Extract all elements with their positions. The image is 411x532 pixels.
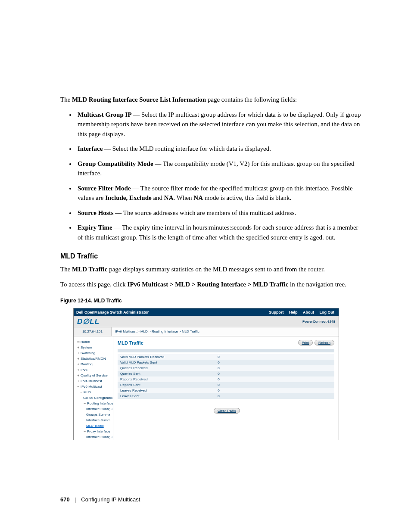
clear-wrap: Clear Traffic [118,406,334,413]
stat-label: Queries Received [118,365,215,371]
table-row: Queries Sent0 [118,371,334,376]
link-logout[interactable]: Log Out [320,310,335,314]
tree-switching[interactable]: +Switching [75,350,113,356]
tree-ipv4m[interactable]: +IPv4 Multicast [75,378,113,384]
tree-ipv6m[interactable]: −IPv6 Multicast [75,384,113,389]
para-1: The MLD Traffic page displays summary st… [60,264,361,274]
tree-home[interactable]: ▭Home [75,339,113,345]
link-about[interactable]: About [303,310,314,314]
plus-icon: + [77,373,80,378]
stat-value: 0 [215,360,334,365]
tree-if-config[interactable]: Interface Configu [75,406,113,412]
para-2: To access this page, click IPv6 Multicas… [60,280,361,289]
table-row: Leaves Received0 [118,388,334,393]
field-label: Source Filter Mode [78,185,131,192]
plus-icon: + [77,361,80,367]
chapter-title: Configuring IP Multicast [81,496,140,503]
stat-value: 0 [215,388,334,393]
stat-value: 0 [215,382,334,388]
folder-icon: ▭ [77,339,80,345]
tree-routing[interactable]: +Routing [75,361,113,367]
table-row: Valid MLD Packets Sent0 [118,360,334,365]
tree-proxy-if[interactable]: −Proxy Interface [75,429,113,434]
field-bold3: NA [193,194,203,201]
field-list: Multicast Group IP — Select the IP multi… [60,110,361,243]
plus-icon: + [77,350,80,356]
para1-post: page displays summary statistics on the … [107,266,325,273]
field-item: Expiry Time — The expiry time interval i… [76,223,361,242]
tree-ipv6[interactable]: +IPv6 [75,367,113,373]
nav-tree: ▭Home +System +Switching +Statistics/RMO… [74,336,113,440]
tree-routing-if[interactable]: −Routing Interface [75,401,113,406]
top-links: Support Help About Log Out [269,310,339,314]
stat-label: Reports Received [118,376,215,382]
tree-mld[interactable]: −MLD [75,389,113,395]
crumb-row: 10.27.64.151 IPv6 Multicast > MLD > Rout… [74,327,339,336]
field-label: Multicast Group IP [78,111,132,118]
plus-icon: + [77,378,80,384]
device-ip: 10.27.64.151 [74,327,112,336]
app-title: Dell OpenManage Switch Administrator [74,310,269,314]
table-row: Reports Sent0 [118,382,334,388]
product-name: PowerConnect 6248 [302,320,335,324]
stat-value: 0 [215,376,334,382]
plus-icon: + [77,367,80,373]
stat-label: Queries Sent [118,371,215,376]
footer-separator: | [75,496,76,503]
para2-pre: To access this page, click [60,281,128,288]
link-help[interactable]: Help [289,310,298,314]
field-item: Source Filter Mode — The source filter m… [76,184,361,203]
minus-icon: − [83,429,87,434]
dell-logo: D∅LL [77,317,100,326]
stat-label: Leaves Received [118,388,215,393]
field-label: Source Hosts [78,209,113,216]
tree-if-config-2[interactable]: Interface Configu [75,434,113,440]
field-mid2: . When [174,194,194,201]
tree-stats[interactable]: +Statistics/RMON [75,356,113,361]
tree-global-config[interactable]: Global Configuratio [75,395,113,401]
breadcrumb: IPv6 Multicast > MLD > Routing Interface… [112,327,339,336]
intro-page-name: MLD Routing Interface Source List Inform… [72,96,206,103]
tree-if-summary[interactable]: Interface Summ [75,417,113,423]
figure-caption: Figure 12-14. MLD Traffic [60,298,361,304]
plus-icon: + [77,345,80,350]
content-titlebar: MLD Traffic Print Refresh [118,340,334,345]
page-title: MLD Traffic [118,340,296,345]
stat-label: Valid MLD Packets Received [118,354,215,360]
field-mid: and [152,194,164,201]
field-item: Source Hosts — The source addresses whic… [76,208,361,218]
stat-label: Leaves Sent [118,393,215,399]
tree-mld-traffic[interactable]: MLD Traffic [75,423,113,429]
para1-pre: The [60,266,72,273]
clear-traffic-button[interactable]: Clear Traffic [214,408,240,414]
content-pane: MLD Traffic Print Refresh Valid MLD Pack… [113,336,339,440]
tree-system[interactable]: +System [75,345,113,350]
field-item: Multicast Group IP — Select the IP multi… [76,110,361,139]
field-item: Interface — Select the MLD routing inter… [76,144,361,154]
field-bold2: NA [164,194,174,201]
stat-value: 0 [215,365,334,371]
link-support[interactable]: Support [269,310,284,314]
para1-bold: MLD Traffic [72,266,107,273]
print-button[interactable]: Print [298,340,313,345]
intro-tail: page contains the following fields: [206,96,297,103]
table-row: Valid MLD Packets Received0 [118,354,334,360]
tree-qos[interactable]: +Quality of Service [75,373,113,378]
minus-icon: − [83,401,87,406]
stat-label: Reports Sent [118,382,215,388]
header-divider [118,349,334,352]
field-label: Group Compatibility Mode [78,160,153,167]
field-text: — The source addresses which are members… [113,209,296,216]
field-label: Expiry Time [78,224,112,231]
logo-row: D∅LL PowerConnect 6248 [74,316,339,327]
minus-icon: − [80,389,83,395]
field-label: Interface [78,145,103,152]
para2-bold: IPv6 Multicast > MLD > Routing Interface… [128,281,289,288]
refresh-button[interactable]: Refresh [314,340,334,345]
screenshot: Dell OpenManage Switch Administrator Sup… [73,308,339,440]
section-heading: MLD Traffic [60,252,361,260]
field-text: — The expiry time interval in hours:minu… [78,224,358,241]
tree-groups-summary[interactable]: Groups Summa [75,412,113,417]
field-text-post: mode is active, this field is blank. [203,194,291,201]
plus-icon: + [77,356,80,361]
